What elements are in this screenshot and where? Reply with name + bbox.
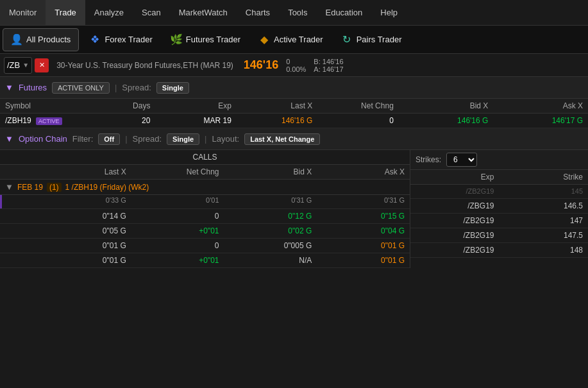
feb19-expand-icon: ▼	[5, 182, 13, 192]
col-lastx: Last X	[237, 99, 317, 114]
askx-147: 0"04 G	[317, 224, 410, 238]
lastx-1475: 0"01 G	[38, 239, 131, 253]
calls-col-lastx: Last X	[38, 165, 131, 179]
feb19-expiry-row[interactable]: ▼ FEB 19 (1) 1 /ZBH19 (Friday) (Wk2)	[0, 180, 410, 195]
futures-icon: 🌿	[171, 34, 182, 46]
nav-active-trader[interactable]: ◆ Active Trader	[251, 28, 331, 51]
nav-tools[interactable]: Tools	[279, 0, 316, 25]
nav-forex-trader[interactable]: ❖ Forex Trader	[81, 28, 160, 51]
calls-col-bidx: Bid X	[224, 165, 317, 179]
symbol-selector[interactable]: /ZB ▼	[4, 57, 32, 74]
active-trader-icon: ◆	[258, 34, 270, 46]
option-spread-tag[interactable]: Single	[167, 133, 199, 145]
bidx-1465: 0"12 G	[224, 209, 317, 223]
nav-scan[interactable]: Scan	[133, 0, 170, 25]
futures-symbol: /ZBH19 ACTIVE	[0, 114, 101, 128]
col-symbol: Symbol	[0, 99, 101, 114]
netchng-1475: 0	[131, 239, 224, 253]
lastx-147: 0"05 G	[38, 224, 131, 238]
futures-section-header: ▼ Futures ACTIVE ONLY | Spread: Single	[0, 77, 588, 99]
nav-trade[interactable]: Trade	[46, 0, 85, 25]
nav-all-products[interactable]: 👤 All Products	[3, 28, 79, 51]
netchng-147: +0"01	[131, 224, 224, 238]
futures-lastx: 146'16 G	[237, 114, 317, 128]
strikes-select[interactable]: 6 8 10 All	[446, 153, 477, 167]
option-row-148[interactable]: 0"01 G +0"01 N/A 0"01 G	[0, 253, 410, 268]
lastx-1465: 0"14 G	[38, 209, 131, 223]
nav-pairs-trader[interactable]: ↻ Pairs Trader	[333, 28, 410, 51]
strikes-header-row: Strikes: 6 8 10 All	[410, 150, 588, 170]
option-chain-section: CALLS Last X Net Chng Bid X Ask X ▼ FEB …	[0, 150, 588, 268]
option-row-147[interactable]: 0"05 G +0"01 0"02 G 0"04 G	[0, 224, 410, 239]
dropdown-arrow-icon: ▼	[22, 62, 29, 69]
futures-askx: 146'17 G	[493, 114, 588, 128]
col-exp-header: Exp	[410, 170, 500, 184]
askx-1465: 0"15 G	[317, 209, 410, 223]
askx-1475: 0"01 G	[317, 239, 410, 253]
calls-panel: CALLS Last X Net Chng Bid X Ask X ▼ FEB …	[0, 150, 410, 268]
strikes-panel: Strikes: 6 8 10 All Exp Strike /ZB2G19 1…	[410, 150, 588, 268]
netchng-1465: 0	[131, 209, 224, 223]
price-change-block: 0 0.00%	[286, 58, 306, 73]
option-partial-row: 0'33 G 0'01 0'31 G 0'31 G	[0, 195, 410, 209]
col-exp: Exp	[155, 99, 236, 114]
nav-marketwatch[interactable]: MarketWatch	[170, 0, 237, 25]
futures-table: Symbol Days Exp Last X Net Chng Bid X As…	[0, 99, 588, 128]
strikes-row-1475[interactable]: /ZB2G19 147.5	[410, 228, 588, 243]
strikes-partial-row: /ZB2G19 145	[410, 185, 588, 199]
col-askx: Ask X	[493, 99, 588, 114]
futures-netchng: 0	[317, 114, 398, 128]
bidx-1475: 0"005 G	[224, 239, 317, 253]
clear-button[interactable]: ✕	[35, 58, 49, 72]
active-only-tag[interactable]: ACTIVE ONLY	[52, 82, 110, 94]
bid-ask-block: B: 146'16 A: 146'17	[314, 58, 343, 73]
col-strike-header: Strike	[500, 170, 589, 184]
toolbar: /ZB ▼ ✕ 30-Year U.S. Treasury Bond Futur…	[0, 54, 588, 77]
nav-education[interactable]: Education	[316, 0, 371, 25]
strikes-row-147[interactable]: /ZB2G19 147	[410, 214, 588, 228]
strikes-row-148[interactable]: /ZB2G19 148	[410, 243, 588, 258]
nav-analyze[interactable]: Analyze	[85, 0, 133, 25]
option-chain-expand-icon[interactable]: ▼	[5, 134, 13, 144]
futures-exp: MAR 19	[155, 114, 236, 128]
futures-days: 20	[101, 114, 155, 128]
calls-col-netchng: Net Chng	[131, 165, 224, 179]
active-badge: ACTIVE	[36, 117, 62, 125]
second-nav: 👤 All Products ❖ Forex Trader 🌿 Futures …	[0, 26, 588, 54]
nav-monitor[interactable]: Monitor	[0, 0, 46, 25]
person-icon: 👤	[11, 34, 22, 46]
nav-charts[interactable]: Charts	[237, 0, 279, 25]
top-nav: Monitor Trade Analyze Scan MarketWatch C…	[0, 0, 588, 26]
calls-header: CALLS	[0, 150, 410, 165]
nav-futures-trader[interactable]: 🌿 Futures Trader	[163, 28, 248, 51]
col-bidx: Bid X	[399, 99, 494, 114]
askx-148: 0"01 G	[317, 253, 410, 267]
futures-expand-icon[interactable]: ▼	[5, 83, 13, 92]
spread-single-tag[interactable]: Single	[156, 82, 189, 94]
col-days: Days	[101, 99, 155, 114]
forex-icon: ❖	[89, 34, 101, 46]
option-row-1465[interactable]: 0"14 G 0 0"12 G 0"15 G	[0, 209, 410, 224]
pairs-trader-icon: ↻	[341, 34, 353, 46]
strikes-col-header: Exp Strike	[410, 170, 588, 185]
calls-col-askx: Ask X	[317, 165, 410, 179]
nav-help[interactable]: Help	[371, 0, 407, 25]
option-row-1475[interactable]: 0"01 G 0 0"005 G 0"01 G	[0, 239, 410, 253]
bidx-148: N/A	[224, 253, 317, 267]
filter-off-tag[interactable]: Off	[98, 133, 120, 145]
col-netchng: Net Chng	[317, 99, 398, 114]
strikes-row-1465[interactable]: /ZBG19 146.5	[410, 199, 588, 214]
calls-column-header: Last X Net Chng Bid X Ask X	[0, 165, 410, 180]
option-chain-header: ▼ Option Chain Filter: Off | Spread: Sin…	[0, 128, 588, 150]
bidx-147: 0"02 G	[224, 224, 317, 238]
futures-row[interactable]: /ZBH19 ACTIVE 20 MAR 19 146'16 G 0 146'1…	[0, 114, 588, 128]
lastx-148: 0"01 G	[38, 253, 131, 267]
futures-bidx: 146'16 G	[399, 114, 494, 128]
netchng-148: +0"01	[131, 253, 224, 267]
layout-tag[interactable]: Last X, Net Change	[244, 133, 320, 145]
